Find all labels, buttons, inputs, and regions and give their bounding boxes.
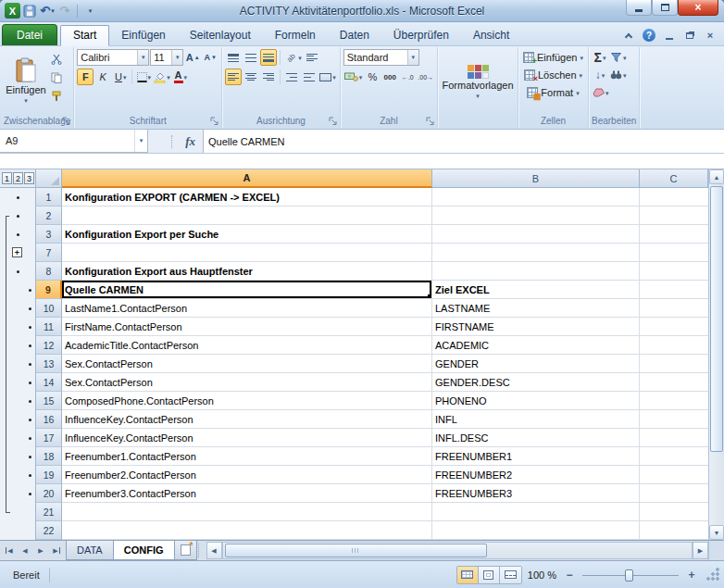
cell-C3[interactable] <box>640 225 708 244</box>
row-header-22[interactable]: 22 <box>36 521 62 540</box>
cell-B20[interactable]: FREENUMBER3 <box>432 484 640 503</box>
cell-A9[interactable]: Quelle CARMEN <box>62 281 432 299</box>
grow-font-button[interactable]: A▲ <box>184 49 201 66</box>
insert-function-button[interactable]: fx <box>180 134 201 149</box>
zoom-slider[interactable] <box>582 568 679 582</box>
outline-plus-icon[interactable]: + <box>12 247 22 257</box>
align-right-button[interactable] <box>260 69 277 85</box>
percent-style-button[interactable]: % <box>364 69 381 85</box>
column-header-C[interactable]: C <box>640 169 708 188</box>
cell-B2[interactable] <box>432 206 640 225</box>
shrink-font-button[interactable]: A▼ <box>202 49 218 66</box>
cell-A15[interactable]: ComposedPhone.ContactPerson <box>62 392 432 410</box>
outline-level-3-button[interactable]: 3 <box>24 172 34 184</box>
cell-C14[interactable] <box>640 373 708 392</box>
row-header-20[interactable]: 20 <box>36 484 62 503</box>
cell-C15[interactable] <box>640 392 708 410</box>
cell-B16[interactable]: INFL <box>432 410 640 429</box>
cell-B11[interactable]: FIRSTNAME <box>432 318 640 336</box>
fill-button[interactable]: ↓▾ <box>592 67 608 83</box>
zoom-slider-thumb[interactable] <box>625 569 633 582</box>
tab-einfuegen[interactable]: Einfügen <box>109 26 177 45</box>
cell-B3[interactable] <box>432 225 640 244</box>
row-header-21[interactable]: 21 <box>36 503 62 521</box>
fill-color-button[interactable]: ▾ <box>153 69 171 85</box>
tab-datei[interactable]: Datei <box>2 24 57 45</box>
page-layout-view-button[interactable] <box>479 567 500 583</box>
format-painter-button[interactable] <box>48 88 65 105</box>
cell-C11[interactable] <box>640 318 708 336</box>
cell-C1[interactable] <box>640 188 708 206</box>
font-name-select[interactable]: Calibri ▾ <box>77 49 149 66</box>
cell-B17[interactable]: INFL.DESC <box>432 429 640 447</box>
minimize-button[interactable] <box>626 0 652 16</box>
zoom-level[interactable]: 100 % <box>528 569 556 581</box>
row-header-1[interactable]: 1 <box>36 188 62 206</box>
cell-A10[interactable]: LastName1.ContactPerson <box>62 299 432 318</box>
find-select-button[interactable]: ▾ <box>609 67 628 83</box>
column-header-B[interactable]: B <box>432 169 640 188</box>
maximize-button[interactable] <box>652 0 678 16</box>
autosum-button[interactable]: Σ▾ <box>592 49 608 66</box>
cell-B15[interactable]: PHONENO <box>432 392 640 410</box>
scroll-left-button[interactable]: ◀ <box>206 542 222 559</box>
cell-C12[interactable] <box>640 336 708 355</box>
italic-button[interactable]: K <box>94 69 111 85</box>
zoom-out-button[interactable]: − <box>562 568 577 582</box>
cell-C22[interactable] <box>640 521 708 540</box>
insert-worksheet-button[interactable] <box>174 541 197 560</box>
row-header-18[interactable]: 18 <box>36 447 62 466</box>
cell-B9[interactable]: Ziel EXCEL <box>432 281 640 299</box>
row-header-7[interactable]: 7 <box>36 244 62 262</box>
cell-A14[interactable]: Sex.ContactPerson <box>62 373 432 392</box>
align-left-button[interactable] <box>225 69 242 85</box>
page-break-view-button[interactable] <box>500 567 521 583</box>
vertical-scrollbar[interactable]: ▲ ▼ <box>708 169 724 540</box>
cell-C17[interactable] <box>640 429 708 447</box>
font-color-button[interactable]: A▾ <box>172 69 189 85</box>
tab-daten[interactable]: Daten <box>328 26 381 45</box>
cell-C8[interactable] <box>640 262 708 281</box>
scroll-right-button[interactable]: ▶ <box>693 542 708 559</box>
number-format-dropdown-icon[interactable]: ▾ <box>407 50 418 65</box>
tab-start[interactable]: Start <box>60 25 109 46</box>
vertical-scroll-thumb[interactable] <box>710 186 723 452</box>
increase-decimal-button[interactable]: ←.0 <box>399 69 416 85</box>
cell-B19[interactable]: FREENUMBER2 <box>432 466 640 484</box>
row-header-15[interactable]: 15 <box>36 392 62 410</box>
align-center-button[interactable] <box>243 69 259 85</box>
row-header-3[interactable]: 3 <box>36 225 62 244</box>
row-header-2[interactable]: 2 <box>36 206 62 225</box>
name-box-dropdown-icon[interactable]: ▾ <box>134 130 147 152</box>
merge-center-button[interactable]: ▾ <box>318 69 337 85</box>
horizontal-scroll-thumb[interactable] <box>225 544 488 557</box>
cell-A17[interactable]: InfluenceKey.ContactPerson <box>62 429 432 447</box>
row-header-19[interactable]: 19 <box>36 466 62 484</box>
font-size-select[interactable]: 11 ▾ <box>150 49 183 66</box>
row-header-16[interactable]: 16 <box>36 410 62 429</box>
column-header-A[interactable]: A <box>62 169 432 188</box>
row-header-10[interactable]: 10 <box>36 299 62 318</box>
zoom-in-button[interactable]: + <box>684 568 699 582</box>
align-bottom-button[interactable] <box>260 49 277 66</box>
tab-split-handle[interactable] <box>198 544 205 557</box>
scroll-up-button[interactable]: ▲ <box>709 169 724 184</box>
align-top-button[interactable] <box>225 49 242 66</box>
cell-styles-button[interactable]: Formatvorlagen ▾ <box>441 51 515 114</box>
row-header-9[interactable]: 9 <box>36 281 62 299</box>
help-button[interactable]: ? <box>641 28 657 43</box>
cell-C13[interactable] <box>640 355 708 373</box>
format-cells-button[interactable]: ▦ Format ▾ <box>521 84 585 101</box>
cell-C2[interactable] <box>640 206 708 225</box>
cell-B21[interactable] <box>432 503 640 521</box>
cell-B12[interactable]: ACADEMIC <box>432 336 640 355</box>
outline-level-2-button[interactable]: 2 <box>13 172 23 184</box>
undo-button[interactable]: ↶ ▾ <box>39 3 56 19</box>
underline-button[interactable]: U▾ <box>112 69 129 85</box>
borders-button[interactable]: ▾ <box>135 69 152 85</box>
cell-A7[interactable] <box>62 244 432 262</box>
cell-A1[interactable]: Konfiguration EXPORT (CARMEN -> EXCEL) <box>62 188 432 206</box>
name-box[interactable]: A9 ▾ <box>0 130 148 153</box>
cell-C20[interactable] <box>640 484 708 503</box>
cell-C16[interactable] <box>640 410 708 429</box>
